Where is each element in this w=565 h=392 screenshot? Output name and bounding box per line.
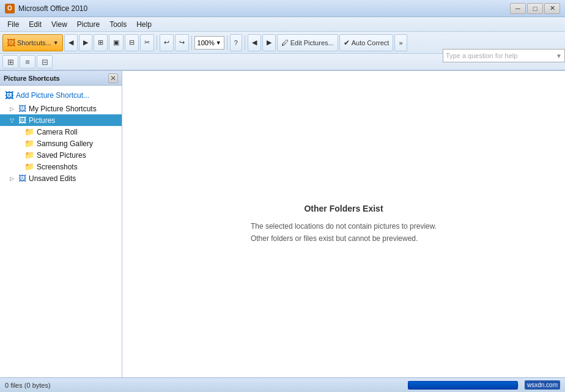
message-title: Other Folders Exist — [304, 204, 383, 213]
panel-content: 🖼 Add Picture Shortcut... ▷ 🖼 My Picture… — [0, 86, 122, 377]
toolbar-sep-4 — [245, 35, 245, 50]
shortcuts-dropdown[interactable]: ▼ — [53, 40, 59, 46]
saved-pictures-label: Saved Pictures — [37, 151, 86, 160]
tree-screenshots[interactable]: 📁 Screenshots — [0, 161, 122, 172]
pictures-icon: 🖼 — [18, 116, 26, 125]
unsaved-expand-icon: ▷ — [10, 176, 18, 182]
toolbar-btn-3[interactable]: ⊞ — [94, 34, 108, 51]
tb2-icon: ▶ — [83, 39, 88, 46]
close-button[interactable]: ✕ — [544, 3, 560, 14]
pictures-expand-icon: ▽ — [10, 117, 18, 124]
tb4-icon: ▣ — [113, 39, 119, 46]
zoom-value: 100% — [198, 39, 215, 46]
root-label: My Picture Shortcuts — [29, 105, 97, 113]
toolbar-btn-4[interactable]: ▣ — [109, 34, 124, 51]
app-title: Microsoft Office 2010 — [18, 4, 510, 13]
tb6-icon: ✂ — [144, 39, 150, 46]
help-dropdown-arrow[interactable]: ▼ — [556, 53, 562, 59]
tree-root[interactable]: ▷ 🖼 My Picture Shortcuts — [0, 103, 122, 114]
auto-correct-label: Auto Correct — [352, 39, 390, 46]
pictures-label: Pictures — [29, 116, 55, 125]
samsung-gallery-icon: 📁 — [24, 139, 34, 148]
app-icon: O — [5, 4, 15, 13]
toolbar-sep-3 — [227, 35, 227, 50]
menu-bar: File Edit View Picture Tools Help Type a… — [0, 17, 565, 32]
add-shortcut-link[interactable]: 🖼 Add Picture Shortcut... — [0, 88, 122, 103]
panel-title: Picture Shortcuts — [4, 75, 60, 82]
tb1-icon: ◀ — [68, 39, 73, 46]
menu-edit[interactable]: Edit — [24, 19, 46, 30]
file-count: 0 files (0 bytes) — [5, 382, 51, 389]
panel-header: Picture Shortcuts ✕ — [0, 71, 122, 86]
root-folder-icon: 🖼 — [18, 104, 26, 113]
message-line1: The selected locations do not contain pi… — [251, 221, 437, 232]
samsung-gallery-label: Samsung Gallery — [37, 139, 93, 148]
toolbar-sep-2 — [191, 35, 192, 50]
tree-samsung-gallery[interactable]: 📁 Samsung Gallery — [0, 138, 122, 149]
camera-roll-label: Camera Roll — [37, 128, 78, 136]
title-bar: O Microsoft Office 2010 ─ □ ✕ — [0, 0, 565, 17]
next-arrow[interactable]: ▶ — [262, 34, 276, 51]
window-controls: ─ □ ✕ — [510, 3, 560, 14]
next-icon: ▶ — [267, 39, 271, 46]
help-placeholder: Type a question for help — [446, 52, 517, 59]
help-box: Type a question for help ▼ — [443, 49, 565, 62]
view-detail-button[interactable]: ⊟ — [37, 55, 53, 68]
menu-help[interactable]: Help — [131, 19, 157, 30]
tree-camera-roll[interactable]: 📁 Camera Roll — [0, 126, 122, 138]
saved-pictures-icon: 📁 — [24, 150, 34, 160]
maximize-button[interactable]: □ — [527, 3, 543, 14]
tb3-icon: ⊞ — [98, 39, 103, 46]
menu-tools[interactable]: Tools — [105, 19, 131, 30]
zoom-dropdown[interactable]: ▼ — [216, 40, 221, 46]
tree-pictures[interactable]: ▽ 🖼 Pictures — [0, 114, 122, 126]
auto-correct-icon: ✔ — [344, 39, 350, 47]
toolbar-btn-5[interactable]: ⊟ — [125, 34, 139, 51]
root-expand-icon: ▷ — [10, 106, 18, 112]
auto-correct-button[interactable]: ✔ Auto Correct — [339, 34, 394, 51]
minimize-button[interactable]: ─ — [510, 3, 526, 14]
unsaved-edits-label: Unsaved Edits — [29, 174, 76, 183]
view-list-button[interactable]: ≡ — [20, 55, 35, 68]
zoom-area: ◀ ▶ Zoom: 🔍 wsxdn.com — [409, 380, 560, 390]
shortcuts-icon: 🖼 — [7, 38, 15, 48]
menu-picture[interactable]: Picture — [72, 19, 105, 30]
more-icon: » — [399, 39, 402, 46]
unsaved-edits-icon: 🖼 — [18, 174, 26, 183]
zoom-box: 100% ▼ — [194, 36, 224, 50]
toolbar-btn-1[interactable]: ◀ — [64, 34, 78, 51]
edit-pictures-button[interactable]: 🖊 Edit Pictures... — [277, 34, 338, 51]
toolbar-btn-2[interactable]: ▶ — [79, 34, 92, 51]
status-bar: 0 files (0 bytes) ◀ ▶ Zoom: 🔍 wsxdn.com — [0, 377, 565, 392]
view-thumbnails-button[interactable]: ⊞ — [2, 55, 18, 68]
tb5-icon: ⊟ — [129, 39, 135, 46]
shortcuts-button[interactable]: 🖼 Shortcuts... ▼ — [2, 34, 63, 51]
tree-unsaved-edits[interactable]: ▷ 🖼 Unsaved Edits — [0, 172, 122, 184]
zoom-slider[interactable] — [470, 383, 519, 387]
more-button[interactable]: » — [394, 34, 407, 51]
tree-saved-pictures[interactable]: 📁 Saved Pictures — [0, 149, 122, 161]
add-shortcut-label: Add Picture Shortcut... — [16, 91, 89, 100]
redo-button[interactable]: ↪ — [175, 34, 189, 51]
menu-view[interactable]: View — [46, 19, 72, 30]
view-list-icon: ≡ — [25, 57, 30, 67]
redo-icon: ↪ — [179, 39, 185, 46]
toolbar-btn-6[interactable]: ✂ — [140, 34, 154, 51]
help-button[interactable]: ? — [230, 34, 242, 51]
panel-close-button[interactable]: ✕ — [108, 73, 118, 83]
prev-arrow[interactable]: ◀ — [248, 34, 261, 51]
add-icon: 🖼 — [5, 91, 13, 100]
right-panel: Other Folders Exist The selected locatio… — [122, 71, 565, 377]
screenshots-label: Screenshots — [37, 163, 78, 171]
menu-file[interactable]: File — [2, 19, 24, 30]
screenshots-icon: 📁 — [24, 162, 34, 171]
main-area: Picture Shortcuts ✕ 🖼 Add Picture Shortc… — [0, 71, 565, 377]
edit-pictures-label: Edit Pictures... — [290, 39, 334, 46]
prev-icon: ◀ — [252, 39, 257, 46]
undo-button[interactable]: ↩ — [160, 34, 174, 51]
shortcuts-label: Shortcuts... — [17, 39, 51, 46]
message-body: The selected locations do not contain pi… — [251, 221, 437, 244]
watermark: wsxdn.com — [525, 380, 560, 390]
zoom-thumb — [408, 381, 518, 390]
edit-pictures-icon: 🖊 — [281, 39, 289, 47]
